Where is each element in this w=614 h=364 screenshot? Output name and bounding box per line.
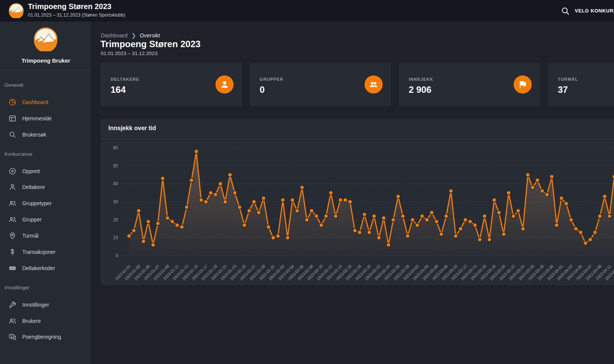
breadcrumb-oversikt: Oversikt — [140, 32, 160, 38]
sidebar-item-brukersok[interactable]: Brukersøk — [0, 127, 92, 143]
pie-chart-icon — [8, 98, 17, 106]
sidebar-item-label: Brukersøk — [22, 132, 46, 138]
sidebar-item-label: Deltakerkoder — [22, 265, 55, 271]
section-konkurranse: Konkurranse — [5, 151, 32, 157]
svg-text:30: 30 — [113, 199, 118, 204]
stat-value: 37 — [558, 84, 568, 95]
user-avatar[interactable] — [34, 27, 58, 51]
section-generelt: Generelt — [5, 82, 23, 88]
chart-divider — [101, 139, 614, 139]
stat-card-deltakere: DELTAKERE 164 — [101, 63, 242, 106]
sidebar-item-turmal[interactable]: Turmål — [0, 228, 92, 244]
svg-text:40: 40 — [113, 181, 118, 186]
dollar-icon — [8, 248, 17, 256]
keycard-icon — [8, 264, 17, 272]
innsjekk-line-chart: 01020304050602023-01-012023-01-032023-01… — [101, 119, 614, 285]
page-title: Trimpoeng Støren 2023 — [100, 39, 200, 49]
svg-text:10: 10 — [113, 235, 118, 240]
sidebar-item-label: Innstillinger — [22, 302, 49, 308]
people-icon — [8, 317, 17, 325]
person-icon — [8, 183, 17, 191]
stat-value: 0 — [260, 84, 265, 95]
stat-card-innsjekk: INNSJEKK 2 906 — [399, 63, 540, 106]
sidebar-item-label: Deltakere — [22, 184, 45, 190]
chart-title: Innsjekk over tid — [108, 125, 156, 132]
app-subtitle: 01.01.2023 – 31.12.2023 (Støren Sportskl… — [28, 12, 125, 18]
person-icon — [215, 75, 234, 94]
sidebar-item-label: Brukere — [22, 318, 41, 324]
sidebar-item-label: Poengberegning — [22, 334, 61, 340]
sidebar-item-poengberegning[interactable]: Poengberegning — [0, 329, 92, 345]
sidebar-divider — [0, 70, 92, 71]
flag-icon — [514, 75, 532, 94]
sidebar-item-deltakerkoder[interactable]: Deltakerkoder — [0, 260, 92, 276]
sidebar-item-transaksjoner[interactable]: Transaksjoner — [0, 244, 92, 260]
profile-name: Trimpoeng Bruker — [0, 57, 92, 64]
people-icon — [8, 215, 17, 224]
sidebar-item-brukere[interactable]: Brukere — [0, 313, 92, 329]
stat-value: 164 — [111, 84, 126, 95]
sidebar-item-deltakere[interactable]: Deltakere — [0, 179, 92, 195]
stat-label: GRUPPER — [260, 77, 283, 81]
group-icon — [365, 75, 383, 94]
sidebar-item-label: Dashboard — [22, 99, 48, 105]
svg-text:0: 0 — [115, 253, 118, 258]
breadcrumb-dashboard[interactable]: Dashboard — [101, 32, 128, 38]
search-icon[interactable] — [561, 6, 570, 15]
stat-card-grupper: GRUPPER 0 — [250, 63, 391, 106]
app-title: Trimpoeng Støren 2023 — [28, 2, 111, 11]
add-circle-icon — [8, 167, 17, 175]
sidebar-item-label: Opprett — [22, 168, 40, 174]
wrench-icon — [8, 301, 17, 309]
sidebar-item-label: Gruppetyper — [22, 200, 52, 206]
app-header: Trimpoeng Støren 2023 01.01.2023 – 31.12… — [0, 0, 614, 22]
chart-card: 01020304050602023-01-012023-01-032023-01… — [101, 119, 614, 285]
people-icon — [8, 199, 17, 207]
sidebar-item-label: Turmål — [22, 233, 38, 239]
devices-star-icon — [8, 333, 17, 341]
svg-text:50: 50 — [113, 163, 118, 169]
sidebar-item-innstillinger[interactable]: Innstillinger — [0, 297, 92, 313]
sidebar-item-grupper[interactable]: Grupper — [0, 212, 92, 227]
stat-label: DELTAKERE — [111, 77, 139, 81]
sidebar: Trimpoeng Bruker Generelt Dashboard Hjem… — [0, 22, 92, 364]
velg-konkurranse-button[interactable]: VELG KONKURRANSE — [575, 8, 614, 14]
stat-card-turmal: TURMÅL 37 — [548, 63, 614, 106]
chevron-right-icon: ❯ — [131, 32, 136, 39]
page-subtitle: 01.01.2023 – 31.12.2023 — [101, 51, 157, 56]
breadcrumb: Dashboard ❯ Oversikt — [101, 32, 160, 39]
sidebar-item-gruppetyper[interactable]: Gruppetyper — [0, 195, 92, 211]
stat-value: 2 906 — [409, 84, 431, 95]
dashboard-page: { "colors": { "accent": "#f57c00", "line… — [0, 0, 614, 364]
stat-label: TURMÅL — [558, 77, 578, 81]
sidebar-item-hjemmeside[interactable]: Hjemmeside — [0, 111, 92, 126]
svg-text:60: 60 — [113, 145, 118, 151]
stat-label: INNSJEKK — [409, 77, 433, 81]
app-logo-icon — [9, 3, 24, 18]
sidebar-item-label: Grupper — [22, 217, 42, 223]
svg-text:20: 20 — [113, 217, 118, 223]
location-pin-icon — [8, 232, 17, 240]
section-innstillinger: Innstillinger — [5, 285, 29, 290]
sidebar-item-opprett[interactable]: Opprett — [0, 163, 92, 179]
search-icon — [8, 131, 17, 139]
sidebar-item-label: Hjemmeside — [22, 115, 52, 121]
sidebar-item-label: Transaksjoner — [22, 249, 55, 255]
sidebar-item-dashboard[interactable]: Dashboard — [0, 94, 92, 110]
web-icon — [8, 114, 17, 123]
